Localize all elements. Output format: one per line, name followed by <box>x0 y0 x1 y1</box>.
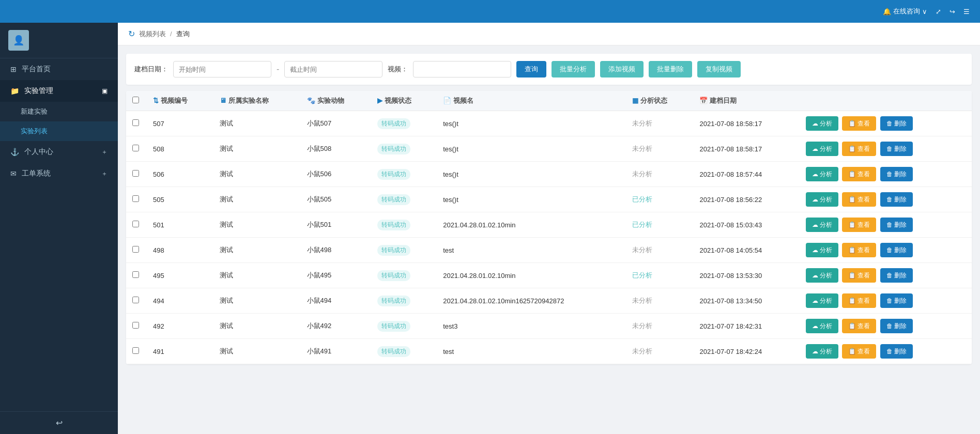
row-checkbox-6[interactable] <box>132 271 139 278</box>
row-checkbox-cell <box>126 238 147 263</box>
view-button-7[interactable]: 📋查看 <box>842 293 876 308</box>
delete-button-5[interactable]: 🗑删除 <box>880 243 913 257</box>
analyze-button-1[interactable]: ☁分析 <box>806 142 838 156</box>
row-checkbox-7[interactable] <box>132 297 139 303</box>
view-button-8[interactable]: 📋查看 <box>842 319 876 333</box>
analyze-button-0[interactable]: ☁分析 <box>806 116 838 131</box>
delete-button-0[interactable]: 🗑删除 <box>880 116 913 131</box>
row-analyze-status: 未分析 <box>626 111 693 136</box>
delete-button-7[interactable]: 🗑删除 <box>880 293 913 308</box>
view-button-0[interactable]: 📋查看 <box>842 116 876 131</box>
batch-analyze-button[interactable]: 批量分析 <box>552 61 595 78</box>
view-button-6[interactable]: 📋查看 <box>842 268 876 283</box>
sidebar-collapse-button[interactable]: ↩ <box>0 411 118 434</box>
logout-btn[interactable]: ↪ <box>950 8 955 16</box>
sidebar-subitem-new-experiment[interactable]: 新建实验 <box>0 102 118 121</box>
start-date-input[interactable] <box>173 61 271 78</box>
end-date-input[interactable] <box>284 61 382 78</box>
view-button-9[interactable]: 📋查看 <box>842 344 876 359</box>
row-checkbox-0[interactable] <box>132 119 139 126</box>
delete-button-8[interactable]: 🗑删除 <box>880 319 913 333</box>
video-status-badge: 转码成功 <box>377 144 410 154</box>
breadcrumb-query: 查询 <box>176 29 190 39</box>
sidebar-item-experiment[interactable]: 📁 实验管理 ▣ <box>0 80 118 102</box>
video-icon: ▶ <box>377 97 382 104</box>
analyze-button-2[interactable]: ☁分析 <box>806 167 838 181</box>
row-checkbox-8[interactable] <box>132 322 139 329</box>
table-row: 507 测试 小鼠507 转码成功 tes()t 未分析 2021-07-08 … <box>126 111 972 136</box>
delete-button-3[interactable]: 🗑删除 <box>880 192 913 207</box>
table-row: 508 测试 小鼠508 转码成功 tes()t 未分析 2021-07-08 … <box>126 136 972 162</box>
delete-button-1[interactable]: 🗑删除 <box>880 142 913 156</box>
col-video-name: 📄视频名 <box>437 91 626 111</box>
col-checkbox <box>126 91 147 111</box>
sidebar-item-home[interactable]: ⊞ 平台首页 <box>0 58 118 80</box>
batch-delete-button[interactable]: 批量删除 <box>649 61 692 78</box>
video-status-badge: 转码成功 <box>377 270 410 281</box>
delete-button-4[interactable]: 🗑删除 <box>880 218 913 232</box>
analyze-button-9[interactable]: ☁分析 <box>806 344 838 359</box>
trash-icon: 🗑 <box>886 348 893 355</box>
view-button-4[interactable]: 📋查看 <box>842 218 876 232</box>
analyze-button-4[interactable]: ☁分析 <box>806 218 838 232</box>
sidebar-item-workorder[interactable]: ✉ 工单系统 ＋ <box>0 163 118 184</box>
row-animal: 小鼠491 <box>301 339 371 364</box>
row-checkbox-9[interactable] <box>132 347 139 354</box>
row-checkbox-cell <box>126 187 147 212</box>
row-checkbox-4[interactable] <box>132 221 139 227</box>
trash-icon: 🗑 <box>886 246 893 254</box>
row-actions: ☁分析 📋查看 🗑删除 <box>800 212 972 238</box>
view-button-2[interactable]: 📋查看 <box>842 167 876 181</box>
sort-icon: ⇅ <box>153 97 159 104</box>
refresh-icon[interactable]: ↻ <box>128 29 135 39</box>
cloud-icon: ☁ <box>812 322 818 330</box>
date-label: 建档日期： <box>134 65 168 74</box>
analyze-button-3[interactable]: ☁分析 <box>806 192 838 207</box>
consulting-btn[interactable]: 🔔 在线咨询 ∨ <box>883 7 927 16</box>
delete-button-2[interactable]: 🗑删除 <box>880 167 913 181</box>
row-checkbox-1[interactable] <box>132 145 139 151</box>
row-animal: 小鼠501 <box>301 212 371 238</box>
bell-icon: 🔔 <box>883 8 891 16</box>
row-checkbox-cell <box>126 339 147 364</box>
view-button-1[interactable]: 📋查看 <box>842 142 876 156</box>
row-checkbox-2[interactable] <box>132 170 139 177</box>
row-archive-date: 2021-07-08 18:58:17 <box>693 136 799 162</box>
content-body: 建档日期： - 视频： 查询 批量分析 添加视频 批量删除 复制视频 <box>118 45 980 434</box>
query-button[interactable]: 查询 <box>516 61 546 78</box>
menu-btn[interactable]: ☰ <box>963 8 970 16</box>
sidebar-item-personal[interactable]: ⚓ 个人中心 ＋ <box>0 141 118 163</box>
folder-icon: 📁 <box>10 87 19 95</box>
sidebar-subitem-experiment-list[interactable]: 实验列表 <box>0 121 118 141</box>
view-icon: 📋 <box>848 322 856 330</box>
select-all-checkbox[interactable] <box>132 97 139 103</box>
row-experiment-name: 测试 <box>213 111 301 136</box>
analyze-button-8[interactable]: ☁分析 <box>806 319 838 333</box>
row-experiment-name: 测试 <box>213 136 301 162</box>
view-icon: 📋 <box>848 171 856 178</box>
row-checkbox-5[interactable] <box>132 246 139 253</box>
row-checkbox-3[interactable] <box>132 195 139 202</box>
copy-video-button[interactable]: 复制视频 <box>697 61 741 78</box>
analyze-button-5[interactable]: ☁分析 <box>806 243 838 257</box>
table-row: 505 测试 小鼠505 转码成功 tes()t 已分析 2021-07-08 … <box>126 187 972 212</box>
delete-button-6[interactable]: 🗑删除 <box>880 268 913 283</box>
view-icon: 📋 <box>848 120 856 127</box>
calendar-icon: 📅 <box>699 97 708 104</box>
view-button-3[interactable]: 📋查看 <box>842 192 876 207</box>
video-status-badge: 转码成功 <box>377 194 410 205</box>
row-video-name: tes()t <box>437 136 626 162</box>
add-video-button[interactable]: 添加视频 <box>600 61 644 78</box>
delete-button-9[interactable]: 🗑删除 <box>880 344 913 359</box>
expand-btn[interactable]: ⤢ <box>936 8 941 16</box>
analyze-button-7[interactable]: ☁分析 <box>806 293 838 308</box>
row-experiment-name: 测试 <box>213 314 301 339</box>
row-animal: 小鼠506 <box>301 162 371 187</box>
view-icon: 📋 <box>848 272 856 279</box>
analyze-button-6[interactable]: ☁分析 <box>806 268 838 283</box>
filter-bar: 建档日期： - 视频： 查询 批量分析 添加视频 批量删除 复制视频 <box>126 54 972 85</box>
video-search-input[interactable] <box>413 61 511 78</box>
row-animal: 小鼠495 <box>301 263 371 288</box>
view-button-5[interactable]: 📋查看 <box>842 243 876 257</box>
cloud-icon: ☁ <box>812 171 818 178</box>
